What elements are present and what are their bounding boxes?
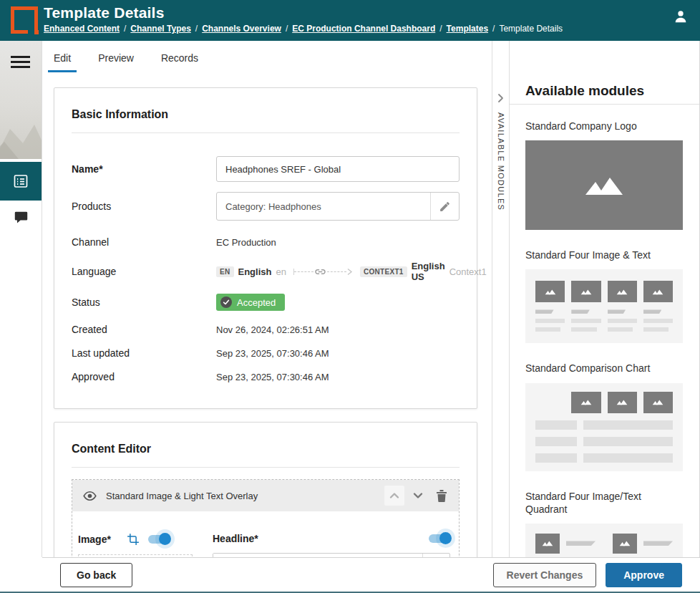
channel-field-row: Channel EC Production	[72, 236, 460, 248]
move-down-button[interactable]	[408, 486, 428, 506]
connector-dash	[327, 271, 346, 272]
breadcrumb-channel-types[interactable]: Channel Types	[130, 24, 190, 34]
module-item-name: Standard Comparison Chart	[525, 362, 683, 375]
last-updated-value: Sep 23, 2025, 07:30:46 AM	[216, 348, 329, 359]
headline-label: Headline*	[213, 533, 258, 544]
source-language-name: English	[238, 266, 272, 277]
arrow-right-icon	[346, 268, 353, 276]
eye-icon[interactable]	[82, 488, 97, 503]
toggle-knob	[439, 532, 452, 544]
available-modules-vertical-label[interactable]: AVAILABLE MODULES	[497, 112, 505, 211]
name-field-row: Name*	[72, 156, 460, 182]
available-modules-panel: Available modules Standard Company Logo …	[509, 41, 700, 593]
last-updated-label: Last updated	[72, 347, 216, 359]
headline-label-row: Headline*	[213, 533, 450, 544]
created-label: Created	[72, 324, 216, 335]
logo-dot	[34, 30, 39, 34]
sidebar-item-template-editor[interactable]	[0, 162, 42, 201]
status-label: Status	[72, 296, 216, 308]
tab-bar: Edit Preview Records	[42, 41, 492, 72]
breadcrumb-channels-overview[interactable]: Channels Overview	[202, 24, 281, 34]
approve-button[interactable]: Approve	[606, 563, 682, 587]
left-sidebar	[0, 41, 42, 593]
list-details-icon	[12, 173, 29, 190]
status-field-row: Status Accepted	[72, 294, 460, 311]
breadcrumb-templates[interactable]: Templates	[447, 24, 488, 34]
tab-preview[interactable]: Preview	[92, 52, 140, 72]
footer-divider	[42, 557, 700, 558]
connector-dash	[294, 271, 313, 272]
created-value: Nov 26, 2024, 02:26:51 AM	[216, 324, 329, 335]
collapse-panel-chevron-icon[interactable]	[497, 92, 505, 104]
chevron-up-icon	[389, 490, 400, 501]
menu-toggle-button[interactable]	[11, 56, 30, 71]
mountain-decoration	[0, 109, 42, 159]
module-header-bar[interactable]: Standard Image & Light Text Overlay	[72, 480, 459, 511]
thumbnail-image	[613, 534, 637, 554]
thumbnail-image	[571, 281, 601, 302]
chevron-down-icon	[412, 490, 424, 501]
go-back-button[interactable]: Go back	[60, 563, 132, 587]
breadcrumb-separator: /	[439, 24, 442, 34]
approved-field-row: Approved Sep 23, 2025, 07:30:46 AM	[72, 371, 460, 382]
breadcrumb-enhanced-content[interactable]: Enhanced Content	[44, 24, 120, 34]
user-account-button[interactable]	[671, 7, 690, 26]
breadcrumb-separator: /	[492, 24, 495, 34]
module-list[interactable]: Standard Company Logo Standard Four Imag…	[510, 105, 699, 581]
tab-edit[interactable]: Edit	[48, 52, 77, 72]
name-label: Name*	[72, 163, 216, 175]
image-label: Image*	[78, 534, 111, 545]
module-item-comparison-chart[interactable]: Standard Comparison Chart	[525, 362, 683, 471]
breadcrumb-ec-production-dashboard[interactable]: EC Production Channel Dashboard	[292, 24, 435, 34]
template-details-page: Template Details Enhanced Content / Chan…	[0, 0, 700, 593]
breadcrumb-separator: /	[195, 24, 198, 34]
thumbnail-image	[608, 281, 637, 302]
status-value: Accepted	[237, 297, 276, 308]
module-item-four-image-text[interactable]: Standard Four Image & Text	[525, 249, 683, 343]
person-icon	[673, 9, 689, 24]
breadcrumb: Enhanced Content / Channel Types / Chann…	[44, 24, 563, 34]
image-toggle[interactable]	[148, 535, 170, 544]
module-preview-logo	[525, 140, 683, 230]
products-value: Category: Headphones	[217, 201, 430, 212]
name-input[interactable]	[216, 156, 460, 182]
move-up-button[interactable]	[384, 486, 404, 506]
products-field-row: Products Category: Headphones	[72, 192, 460, 221]
tab-records[interactable]: Records	[155, 52, 204, 72]
source-locale-badge: EN	[216, 266, 234, 277]
basic-information-title: Basic Information	[72, 105, 460, 121]
language-field-row: Language EN English en	[72, 261, 460, 282]
language-link-connector	[293, 265, 353, 279]
source-language-code: en	[276, 266, 286, 277]
delete-module-button[interactable]	[432, 486, 452, 506]
modules-panel-collapse-strip: AVAILABLE MODULES	[492, 41, 509, 593]
body-row: Edit Preview Records Basic Information N…	[0, 41, 700, 593]
panel-title: Available modules	[525, 83, 644, 99]
pencil-icon	[439, 201, 451, 213]
revert-changes-button[interactable]: Revert Changes	[493, 563, 597, 587]
sidebar-item-comments[interactable]	[0, 203, 42, 231]
cards-scroll-area[interactable]: Basic Information Name* Products Categor…	[42, 72, 492, 593]
thumbnail-image	[535, 534, 560, 554]
channel-label: Channel	[72, 236, 216, 248]
footer-action-bar: Go back Revert Changes Approve	[0, 557, 700, 593]
target-context-badge: CONTEXT1	[360, 266, 407, 277]
app-logo-icon[interactable]	[11, 6, 38, 34]
module-item-name: Standard Company Logo	[525, 120, 683, 132]
breadcrumb-separator: /	[124, 24, 126, 34]
thumbnail-image	[643, 281, 673, 302]
thumbnail-image	[608, 392, 637, 413]
module-item-company-logo[interactable]: Standard Company Logo	[525, 120, 683, 230]
last-updated-field-row: Last updated Sep 23, 2025, 07:30:46 AM	[72, 347, 460, 359]
edit-products-button[interactable]	[430, 193, 459, 220]
module-name: Standard Image & Light Text Overlay	[106, 491, 258, 501]
crop-icon[interactable]	[127, 533, 140, 546]
approved-label: Approved	[72, 371, 216, 382]
content-editor-title: Content Editor	[72, 440, 460, 455]
link-icon	[313, 265, 327, 279]
headline-toggle[interactable]	[429, 534, 450, 543]
app-header: Template Details Enhanced Content / Chan…	[0, 0, 700, 41]
check-circle-icon	[220, 296, 232, 308]
hamburger-icon	[11, 56, 30, 58]
divider	[72, 132, 460, 133]
